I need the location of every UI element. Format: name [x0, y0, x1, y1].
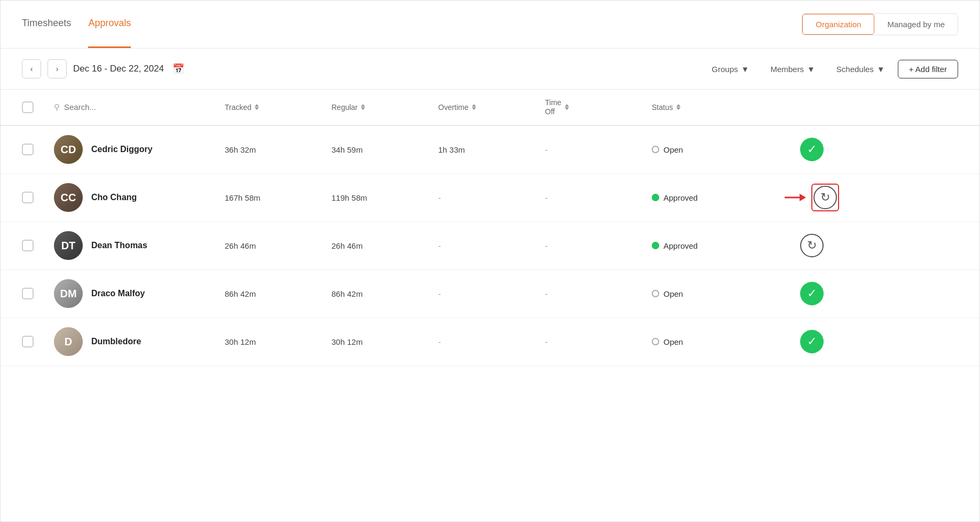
search-column-header: ⚲ — [54, 102, 225, 112]
person-cell-cho: CC Cho Chang — [54, 183, 225, 212]
tracked-cho: 167h 58m — [225, 193, 331, 202]
members-filter-btn[interactable]: Members ▼ — [762, 60, 823, 78]
action-cho: ↻ — [785, 184, 839, 211]
person-name-cedric: Cedric Diggory — [91, 145, 153, 154]
view-managed-btn[interactable]: Managed by me — [874, 14, 958, 35]
timeoff-cho: - — [545, 193, 652, 202]
person-name-draco: Draco Malfoy — [91, 289, 145, 298]
col-header-regular[interactable]: Regular — [331, 103, 438, 112]
row-checkbox-cedric[interactable] — [22, 144, 34, 155]
overtime-dean: - — [438, 241, 545, 250]
overtime-dumbledore: - — [438, 337, 545, 346]
regular-draco: 86h 42m — [331, 289, 438, 298]
toolbar: ‹ › Dec 16 - Dec 22, 2024 📅 Groups ▼ Mem… — [1, 49, 979, 90]
approve-button-cedric[interactable]: ✓ — [800, 138, 824, 161]
timeoff-dumbledore: - — [545, 337, 652, 346]
timeoff-cedric: - — [545, 145, 652, 154]
overtime-draco: - — [438, 289, 545, 298]
prev-period-button[interactable]: ‹ — [22, 59, 41, 78]
action-cedric: ✓ — [785, 138, 839, 161]
approve-button-dumbledore[interactable]: ✓ — [800, 330, 824, 353]
person-name-dean: Dean Thomas — [91, 241, 147, 250]
regular-dean: 26h 46m — [331, 241, 438, 250]
sort-tracked-icon — [255, 104, 259, 110]
sort-status-icon — [676, 104, 681, 110]
person-cell-draco: DM Draco Malfoy — [54, 279, 225, 308]
status-dot-dumbledore — [652, 338, 659, 345]
next-period-button[interactable]: › — [48, 59, 67, 78]
status-dot-draco — [652, 290, 659, 297]
table-row: DT Dean Thomas 26h 46m 26h 46m - - Appro… — [1, 222, 979, 270]
avatar-draco: DM — [54, 279, 83, 308]
view-organization-btn[interactable]: Organization — [802, 14, 874, 35]
row-checkbox-dumbledore[interactable] — [22, 336, 34, 347]
person-cell-dean: DT Dean Thomas — [54, 231, 225, 260]
person-cell-cedric: CD Cedric Diggory — [54, 135, 225, 164]
tracked-draco: 86h 42m — [225, 289, 331, 298]
search-icon: ⚲ — [54, 102, 60, 112]
approve-button-draco[interactable]: ✓ — [800, 282, 824, 305]
col-header-tracked[interactable]: Tracked — [225, 103, 331, 112]
row-checkbox-cho[interactable] — [22, 192, 34, 203]
table-row: DM Draco Malfoy 86h 42m 86h 42m - - Open… — [1, 270, 979, 318]
status-cedric: Open — [652, 145, 785, 154]
status-dumbledore: Open — [652, 337, 785, 346]
table-row: CD Cedric Diggory 36h 32m 34h 59m 1h 33m… — [1, 126, 979, 174]
groups-filter-btn[interactable]: Groups ▼ — [703, 60, 757, 78]
revert-highlight-box: ↻ — [811, 184, 839, 211]
search-input-wrap: ⚲ — [54, 102, 225, 112]
date-range-label: Dec 16 - Dec 22, 2024 — [73, 64, 164, 74]
red-arrow-icon — [785, 189, 806, 205]
status-label-draco: Open — [663, 289, 683, 298]
regular-cho: 119h 58m — [331, 193, 438, 202]
sort-overtime-icon — [472, 104, 476, 110]
tracked-dean: 26h 46m — [225, 241, 331, 250]
col-header-time-off[interactable]: TimeOff — [545, 98, 652, 116]
status-cho: Approved — [652, 193, 785, 202]
tracked-cedric: 36h 32m — [225, 145, 331, 154]
nav-tabs: Timesheets Approvals — [22, 1, 131, 48]
status-label-cedric: Open — [663, 145, 683, 154]
sort-timeoff-icon — [565, 104, 569, 110]
search-input[interactable] — [64, 102, 225, 112]
overtime-cedric: 1h 33m — [438, 145, 545, 154]
timeoff-dean: - — [545, 241, 652, 250]
table-header: ⚲ Tracked Regular Overtime — [1, 90, 979, 126]
status-label-dean: Approved — [663, 241, 698, 250]
overtime-cho: - — [438, 193, 545, 202]
svg-marker-1 — [800, 194, 806, 201]
approvals-table: ⚲ Tracked Regular Overtime — [1, 90, 979, 521]
tracked-dumbledore: 30h 12m — [225, 337, 331, 346]
filter-group: Groups ▼ Members ▼ Schedules ▼ + Add fil… — [703, 60, 958, 78]
person-name-dumbledore: Dumbledore — [91, 337, 141, 346]
revert-button-cho[interactable]: ↻ — [813, 186, 837, 209]
tab-timesheets[interactable]: Timesheets — [22, 1, 71, 48]
sort-regular-icon — [361, 104, 365, 110]
status-dot-cedric — [652, 146, 659, 153]
timeoff-draco: - — [545, 289, 652, 298]
status-draco: Open — [652, 289, 785, 298]
schedules-filter-btn[interactable]: Schedules ▼ — [828, 60, 894, 78]
person-cell-dumbledore: D Dumbledore — [54, 327, 225, 356]
avatar-cho: CC — [54, 183, 83, 212]
status-dot-dean — [652, 242, 659, 249]
status-label-dumbledore: Open — [663, 337, 683, 346]
revert-button-dean[interactable]: ↻ — [800, 234, 824, 257]
add-filter-btn[interactable]: + Add filter — [898, 60, 958, 78]
tab-approvals[interactable]: Approvals — [88, 1, 131, 48]
calendar-icon[interactable]: 📅 — [172, 63, 184, 75]
table-row: D Dumbledore 30h 12m 30h 12m - - Open ✓ — [1, 318, 979, 366]
action-dean: ↻ — [785, 234, 839, 257]
row-checkbox-dean[interactable] — [22, 240, 34, 251]
person-name-cho: Cho Chang — [91, 193, 137, 202]
col-header-overtime[interactable]: Overtime — [438, 103, 545, 112]
row-checkbox-draco[interactable] — [22, 288, 34, 299]
status-dot-cho — [652, 194, 659, 201]
date-navigation: ‹ › Dec 16 - Dec 22, 2024 📅 — [22, 59, 184, 78]
table-row: CC Cho Chang 167h 58m 119h 58m - - Appro… — [1, 174, 979, 222]
select-all-checkbox[interactable] — [22, 101, 34, 113]
top-navigation: Timesheets Approvals Organization Manage… — [1, 1, 979, 49]
avatar-cedric: CD — [54, 135, 83, 164]
col-header-status[interactable]: Status — [652, 103, 785, 112]
status-label-cho: Approved — [663, 193, 698, 202]
